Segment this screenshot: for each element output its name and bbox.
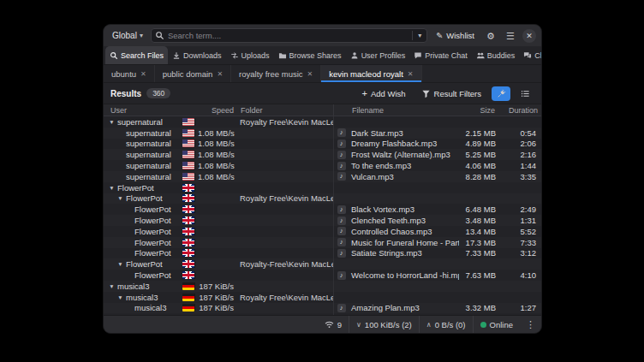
- download-icon: [172, 51, 181, 60]
- us-flag-icon: [182, 162, 194, 169]
- tab-buddies[interactable]: Buddies: [472, 46, 520, 64]
- close-icon[interactable]: ✕: [307, 70, 313, 78]
- search-icon: [110, 51, 118, 60]
- tab-label: Browse Shares: [289, 51, 342, 60]
- statusbar-menu-button[interactable]: ⋮: [520, 319, 541, 330]
- table-row[interactable]: supernatural 1.08 MB/s ♪ Vulcan.mp3 8.28…: [104, 171, 541, 182]
- search-tab-public-domain[interactable]: public domain ✕: [155, 65, 231, 82]
- close-button[interactable]: ✕: [522, 29, 536, 43]
- row-user: FlowerPot: [126, 193, 163, 203]
- table-row[interactable]: supernatural 1.08 MB/s ♪ Dark Star.mp3 2…: [104, 128, 541, 139]
- search-tab-label: royalty free music: [239, 69, 302, 79]
- search-input[interactable]: [168, 31, 408, 40]
- table-row[interactable]: FlowerPot ♪ Black Vortex.mp3 6.48 MB 2:4…: [104, 204, 541, 215]
- table-row[interactable]: FlowerPot ♪ Music for Funeral Home - Par…: [104, 237, 541, 248]
- column-header-file-icon[interactable]: [333, 104, 349, 116]
- table-row[interactable]: supernatural 1.08 MB/s ♪ To the ends.mp3…: [104, 160, 541, 171]
- menu-button[interactable]: ☰: [503, 28, 518, 44]
- column-header-duration[interactable]: Duration: [498, 106, 541, 115]
- table-row[interactable]: FlowerPot ♪ Satiate Strings.mp3 7.33 MB …: [104, 248, 541, 259]
- gb-flag-icon: [182, 249, 194, 257]
- expander-icon[interactable]: ▾: [108, 118, 116, 126]
- download-rate-value: 100 KiB/s (2): [365, 320, 412, 329]
- connection-stats[interactable]: 9: [318, 316, 349, 333]
- table-row[interactable]: ▾ musical3 187 KiB/s Royalty Free\Kevin …: [104, 292, 541, 303]
- gb-flag-icon: [182, 217, 194, 224]
- wifi-icon: [325, 320, 334, 329]
- row-user: FlowerPot: [134, 270, 171, 280]
- column-header-folder[interactable]: Folder: [237, 106, 333, 115]
- row-duration: 7:33: [498, 238, 541, 247]
- result-filters-label: Result Filters: [434, 89, 481, 98]
- expander-icon[interactable]: ▾: [116, 294, 124, 301]
- row-folder: Royalty-Free\Kevin MacLeod\Music: [237, 259, 333, 269]
- scope-label: Global: [112, 31, 137, 40]
- expander-icon[interactable]: ▾: [108, 282, 116, 290]
- search-tab-ubuntu[interactable]: ubuntu ✕: [104, 65, 155, 82]
- table-row[interactable]: ▾ supernatural Royalty Free\Kevin MacLeo…: [104, 116, 541, 128]
- grouping-toggle-button[interactable]: [492, 86, 510, 101]
- row-filename: Controlled Chaos.mp3: [349, 227, 459, 236]
- close-icon: ✕: [526, 32, 533, 40]
- expander-icon[interactable]: ▾: [116, 194, 124, 202]
- row-user: supernatural: [126, 139, 171, 148]
- table-row[interactable]: FlowerPot ♪ Welcome to HorrorLand -hi.mp…: [104, 270, 541, 281]
- row-size: 4.06 MB: [459, 161, 498, 170]
- table-row[interactable]: FlowerPot ♪ Controlled Chaos.mp3 13.4 MB…: [104, 226, 541, 237]
- list-view-button[interactable]: [516, 86, 534, 101]
- add-wish-button[interactable]: + Add Wish: [356, 87, 410, 100]
- column-header-filename[interactable]: Filename: [349, 106, 459, 115]
- row-user: musical3: [134, 303, 167, 312]
- search-entry[interactable]: ▾: [151, 28, 427, 43]
- table-row[interactable]: ▾ musical3 187 KiB/s: [104, 281, 541, 292]
- tab-label: User Profiles: [361, 51, 406, 60]
- column-header-speed[interactable]: Speed: [198, 106, 237, 115]
- table-row[interactable]: supernatural 1.08 MB/s ♪ Frost Waltz (Al…: [104, 149, 541, 160]
- tab-chat-rooms[interactable]: Chat Rooms: [519, 46, 542, 64]
- row-user: FlowerPot: [134, 227, 171, 236]
- gb-flag-icon: [182, 194, 194, 202]
- search-icon: [155, 31, 164, 40]
- search-history-dropdown-icon[interactable]: ▾: [416, 32, 423, 39]
- close-icon[interactable]: ✕: [217, 70, 223, 78]
- expander-icon[interactable]: ▾: [116, 260, 124, 268]
- table-row[interactable]: ▾ FlowerPot Royalty Free\Kevin MacLeod\M…: [104, 193, 541, 205]
- tab-uploads[interactable]: Uploads: [226, 46, 274, 64]
- preferences-button[interactable]: ⚙: [483, 28, 498, 44]
- online-status[interactable]: Online: [473, 316, 520, 333]
- search-tab-kevin-macleod[interactable]: kevin macleod royalt ✕: [321, 65, 421, 82]
- search-tab-royalty-free-music[interactable]: royalty free music ✕: [231, 65, 321, 82]
- tab-browse-shares[interactable]: Browse Shares: [274, 46, 346, 64]
- tab-search-files[interactable]: Search Files: [105, 46, 168, 64]
- column-header-user[interactable]: User: [104, 106, 182, 115]
- scope-dropdown[interactable]: Global ▾: [109, 29, 146, 42]
- results-toolbar: Results 360 + Add Wish Result Filters: [104, 83, 541, 104]
- table-row[interactable]: supernatural 1.08 MB/s ♪ Dreamy Flashbac…: [104, 139, 541, 150]
- row-size: 5.25 MB: [459, 150, 498, 159]
- row-speed: 1.08 MB/s: [198, 150, 237, 159]
- result-filters-button[interactable]: Result Filters: [416, 87, 486, 100]
- row-user: FlowerPot: [134, 238, 171, 247]
- table-row[interactable]: ▾ FlowerPot: [104, 182, 541, 193]
- tab-downloads[interactable]: Downloads: [168, 46, 226, 64]
- row-folder: Royalty Free\Kevin MacLeod\iTunes: [237, 117, 333, 127]
- close-icon[interactable]: ✕: [408, 70, 414, 78]
- tab-label: Buddies: [487, 51, 516, 60]
- row-filename: Dark Star.mp3: [349, 128, 459, 138]
- music-note-icon: ♪: [337, 139, 346, 148]
- results-table-body: ▾ supernatural Royalty Free\Kevin MacLeo…: [104, 116, 541, 315]
- close-icon[interactable]: ✕: [140, 70, 146, 78]
- us-flag-icon: [182, 118, 194, 126]
- download-rate[interactable]: ∨ 100 KiB/s (2): [349, 316, 419, 333]
- tab-private-chat[interactable]: Private Chat: [409, 46, 472, 64]
- column-header-size[interactable]: Size: [459, 106, 498, 115]
- tab-label: Uploads: [242, 51, 270, 60]
- upload-rate[interactable]: ∧ 0 B/s (0): [419, 316, 473, 333]
- table-row[interactable]: musical3 187 KiB/s ♪ Amazing Plan.mp3 3.…: [104, 303, 541, 314]
- table-row[interactable]: ▾ FlowerPot Royalty-Free\Kevin MacLeod\M…: [104, 258, 541, 270]
- table-row[interactable]: FlowerPot ♪ Clenched Teeth.mp3 3.48 MB 1…: [104, 215, 541, 226]
- search-tab-label: public domain: [163, 69, 213, 79]
- tab-user-profiles[interactable]: User Profiles: [346, 46, 410, 64]
- expander-icon[interactable]: ▾: [108, 184, 116, 192]
- wishlist-button[interactable]: ✎ Wishlist: [432, 29, 479, 42]
